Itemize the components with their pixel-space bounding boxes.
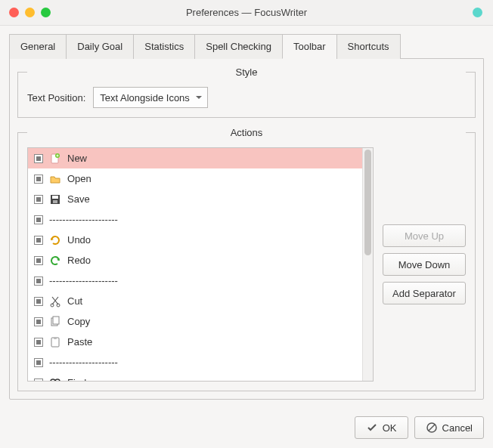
move-up-button[interactable]: Move Up	[383, 224, 466, 247]
checkbox[interactable]	[34, 256, 43, 265]
tab-toolbar[interactable]: Toolbar	[282, 34, 337, 59]
tab-bar: GeneralDaily GoalStatisticsSpell Checkin…	[9, 33, 484, 58]
list-item-label: ---------------------	[49, 214, 118, 225]
list-item-cut[interactable]: Cut	[28, 291, 362, 311]
list-item-find[interactable]: Find	[28, 372, 362, 381]
checkbox[interactable]	[34, 154, 43, 163]
save-icon	[49, 193, 61, 205]
list-item-separator[interactable]: ---------------------	[28, 270, 362, 291]
ok-button[interactable]: OK	[355, 416, 408, 439]
list-item-label: ---------------------	[49, 357, 118, 368]
actions-group: Actions NewOpenSave---------------------…	[17, 127, 476, 391]
svg-line-1	[429, 425, 435, 431]
list-item-label: New	[67, 153, 87, 164]
style-legend: Style	[27, 66, 466, 78]
cut-icon	[49, 295, 61, 307]
actions-side-buttons: Move Up Move Down Add Separator	[383, 147, 466, 382]
list-item-label: Find	[67, 377, 86, 381]
list-item-label: ---------------------	[49, 275, 118, 286]
list-item-undo[interactable]: Undo	[28, 230, 362, 250]
list-item-label: Undo	[67, 234, 91, 246]
checkbox[interactable]	[34, 175, 43, 184]
open-icon	[49, 173, 61, 185]
list-item-new[interactable]: New	[28, 148, 362, 168]
status-badge	[473, 8, 482, 17]
move-down-button[interactable]: Move Down	[383, 253, 466, 276]
paste-icon	[49, 336, 61, 348]
list-item-redo[interactable]: Redo	[28, 250, 362, 270]
checkbox[interactable]	[34, 195, 43, 204]
find-icon	[49, 377, 61, 382]
redo-icon	[49, 255, 61, 267]
checkbox[interactable]	[34, 317, 43, 326]
actions-list: NewOpenSave---------------------UndoRedo…	[27, 147, 374, 382]
cancel-button[interactable]: Cancel	[414, 416, 484, 439]
window-title: Preferences — FocusWriter	[0, 7, 493, 18]
list-item-label: Paste	[67, 336, 92, 348]
tab-statistics[interactable]: Statistics	[133, 34, 195, 59]
add-separator-button[interactable]: Add Separator	[383, 282, 466, 304]
checkbox[interactable]	[34, 358, 43, 367]
scrollbar-thumb[interactable]	[364, 150, 371, 255]
text-position-select[interactable]: Text Alongside Icons	[93, 87, 208, 108]
cancel-icon	[426, 422, 438, 434]
titlebar: Preferences — FocusWriter	[0, 0, 493, 26]
list-item-copy[interactable]: Copy	[28, 311, 362, 332]
list-item-open[interactable]: Open	[28, 168, 362, 189]
checkbox[interactable]	[34, 378, 43, 382]
text-position-label: Text Position:	[27, 92, 85, 104]
list-item-label: Save	[67, 193, 90, 205]
list-item-label: Cut	[67, 295, 82, 307]
new-icon	[49, 153, 61, 165]
check-icon	[366, 422, 378, 434]
checkbox[interactable]	[34, 277, 43, 286]
checkbox[interactable]	[34, 215, 43, 224]
tab-general[interactable]: General	[9, 34, 67, 59]
list-item-label: Copy	[67, 316, 90, 327]
dialog-footer: OK Cancel	[355, 416, 484, 439]
tab-shortcuts[interactable]: Shortcuts	[336, 34, 401, 59]
style-group: Style Text Position: Text Alongside Icon…	[17, 66, 476, 118]
list-item-separator[interactable]: ---------------------	[28, 352, 362, 372]
list-item-separator[interactable]: ---------------------	[28, 209, 362, 230]
list-item-label: Open	[67, 173, 91, 184]
scrollbar[interactable]	[362, 148, 373, 381]
tab-toolbar-page: Style Text Position: Text Alongside Icon…	[9, 58, 484, 400]
list-item-save[interactable]: Save	[28, 189, 362, 209]
checkbox[interactable]	[34, 338, 43, 347]
list-item-paste[interactable]: Paste	[28, 332, 362, 352]
checkbox[interactable]	[34, 297, 43, 306]
checkbox[interactable]	[34, 236, 43, 245]
copy-icon	[49, 316, 61, 328]
tab-daily-goal[interactable]: Daily Goal	[66, 34, 134, 59]
tab-spell-checking[interactable]: Spell Checking	[194, 34, 283, 59]
undo-icon	[49, 234, 61, 246]
actions-legend: Actions	[27, 127, 466, 138]
list-item-label: Redo	[67, 255, 91, 266]
